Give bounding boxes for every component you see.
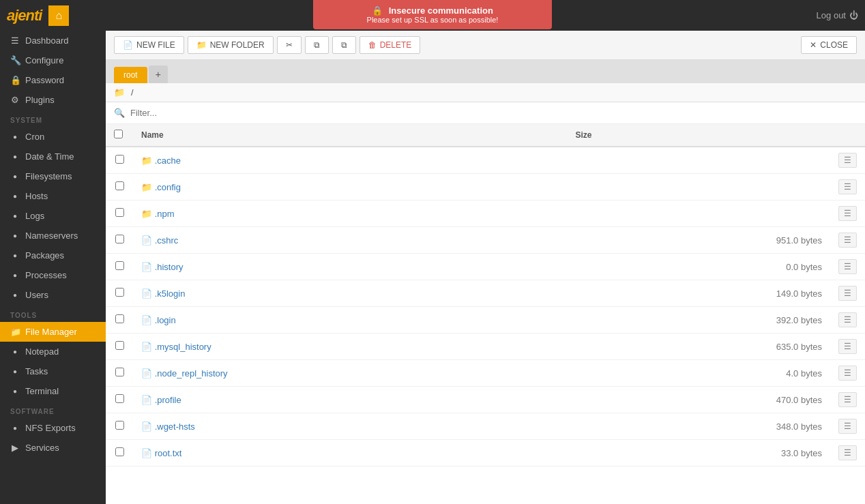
sidebar-item-date-time[interactable]: ● Date & Time xyxy=(0,147,106,166)
sidebar-item-tasks[interactable]: ● Tasks xyxy=(0,361,106,381)
tab-add[interactable]: + xyxy=(149,65,168,83)
sidebar-label-packages: Packages xyxy=(25,250,64,261)
sidebar-item-filesystems[interactable]: ● Filesystems xyxy=(0,166,106,186)
sidebar-item-services[interactable]: ▶ Services xyxy=(0,438,106,458)
file-options-button[interactable]: ☰ xyxy=(838,206,857,221)
filter-input[interactable] xyxy=(130,108,857,118)
row-checkbox[interactable] xyxy=(115,394,124,403)
file-options-button[interactable]: ☰ xyxy=(838,392,857,407)
sidebar-item-nfs-exports[interactable]: ● NFS Exports xyxy=(0,418,106,438)
row-checkbox[interactable] xyxy=(115,155,124,164)
file-link[interactable]: .k5login xyxy=(155,288,186,299)
file-link[interactable]: .npm xyxy=(155,209,175,219)
file-name-cell: 📄 .wget-hsts xyxy=(133,413,567,440)
file-options-button[interactable]: ☰ xyxy=(838,233,857,248)
select-all-header[interactable] xyxy=(106,124,133,147)
sidebar-item-file-manager[interactable]: 📁 File Manager xyxy=(0,322,106,342)
new-file-label: NEW FILE xyxy=(136,40,175,50)
row-checkbox-cell xyxy=(106,280,133,307)
sidebar-item-packages[interactable]: ● Packages xyxy=(0,246,106,265)
file-name-cell: 📁 .npm xyxy=(133,201,567,227)
delete-button[interactable]: 🗑 DELETE xyxy=(360,36,421,54)
file-link[interactable]: .cshrc xyxy=(155,235,179,246)
table-row: 📁 .npm☰ xyxy=(106,201,865,227)
sidebar-item-cron[interactable]: ● Cron xyxy=(0,127,106,147)
table-row: 📄 root.txt33.0 bytes☰ xyxy=(106,440,865,466)
file-link[interactable]: .history xyxy=(155,262,184,272)
configure-icon: 🔧 xyxy=(10,55,20,65)
file-link[interactable]: .wget-hsts xyxy=(155,421,195,432)
file-size-cell: 149.0 bytes xyxy=(567,280,830,307)
file-options-button[interactable]: ☰ xyxy=(838,419,857,434)
file-browser: 🔍 Name Size xyxy=(106,102,865,504)
sidebar-label-users: Users xyxy=(25,290,48,300)
logout-button[interactable]: Log out ⏻ xyxy=(817,10,858,20)
sidebar-item-dashboard[interactable]: ☰ Dashboard xyxy=(0,31,106,50)
sidebar-item-users[interactable]: ● Users xyxy=(0,285,106,305)
sidebar-item-logs[interactable]: ● Logs xyxy=(0,206,106,226)
sidebar-item-processes[interactable]: ● Processes xyxy=(0,265,106,285)
cut-button[interactable]: ✂ xyxy=(277,36,302,54)
file-icon: 📄 xyxy=(141,421,155,432)
select-all-checkbox[interactable] xyxy=(114,130,123,138)
file-options-button[interactable]: ☰ xyxy=(838,339,857,354)
row-checkbox-cell xyxy=(106,360,133,387)
row-checkbox[interactable] xyxy=(115,208,124,217)
file-options-button[interactable]: ☰ xyxy=(838,179,857,194)
file-link[interactable]: .node_repl_history xyxy=(155,368,228,379)
password-icon: 🔒 xyxy=(10,75,20,85)
row-checkbox-cell xyxy=(106,333,133,360)
sidebar-item-hosts[interactable]: ● Hosts xyxy=(0,186,106,206)
file-action-cell: ☰ xyxy=(830,387,865,413)
row-checkbox-cell xyxy=(106,201,133,227)
table-row: 📁 .config☰ xyxy=(106,174,865,201)
trash-icon: 🗑 xyxy=(368,40,377,50)
row-checkbox[interactable] xyxy=(115,447,124,456)
file-options-button[interactable]: ☰ xyxy=(838,259,857,274)
row-checkbox[interactable] xyxy=(115,314,124,323)
sidebar-label-password: Password xyxy=(25,75,64,85)
file-options-button[interactable]: ☰ xyxy=(838,445,857,460)
sidebar-item-nameservers[interactable]: ● Nameservers xyxy=(0,226,106,246)
file-name-cell: 📁 .config xyxy=(133,174,567,201)
file-link[interactable]: .mysql_history xyxy=(155,342,211,352)
name-column-header: Name xyxy=(133,124,567,147)
paste-button[interactable]: ⧉ xyxy=(332,36,356,54)
row-checkbox[interactable] xyxy=(115,368,124,376)
file-action-cell: ☰ xyxy=(830,201,865,227)
table-row: 📄 .cshrc951.0 bytes☰ xyxy=(106,227,865,254)
file-options-button[interactable]: ☰ xyxy=(838,286,857,301)
file-options-button[interactable]: ☰ xyxy=(838,312,857,327)
sidebar-label-dashboard: Dashboard xyxy=(25,35,69,46)
row-checkbox[interactable] xyxy=(115,181,124,190)
home-button[interactable]: ⌂ xyxy=(48,5,69,26)
sidebar-item-configure[interactable]: 🔧 Configure xyxy=(0,50,106,70)
copy-button[interactable]: ⧉ xyxy=(305,36,329,54)
sidebar-item-password[interactable]: 🔒 Password xyxy=(0,70,106,90)
sidebar-item-terminal[interactable]: ● Terminal xyxy=(0,381,106,401)
row-checkbox[interactable] xyxy=(115,261,124,270)
row-checkbox[interactable] xyxy=(115,421,124,430)
row-checkbox[interactable] xyxy=(115,288,124,297)
file-action-cell: ☰ xyxy=(830,307,865,333)
file-link[interactable]: .profile xyxy=(155,395,181,405)
tab-root[interactable]: root xyxy=(114,67,147,83)
sidebar-item-notepad[interactable]: ● Notepad xyxy=(0,342,106,361)
new-file-button[interactable]: 📄 NEW FILE xyxy=(114,36,184,54)
row-checkbox[interactable] xyxy=(115,341,124,350)
new-folder-button[interactable]: 📁 NEW FOLDER xyxy=(188,36,274,54)
file-name-cell: 📄 .mysql_history xyxy=(133,333,567,360)
file-icon: 📄 xyxy=(141,262,155,272)
file-options-button[interactable]: ☰ xyxy=(838,153,857,168)
file-link[interactable]: .config xyxy=(155,182,181,192)
file-options-button[interactable]: ☰ xyxy=(838,366,857,381)
notepad-icon: ● xyxy=(10,348,20,355)
file-icon: 📄 xyxy=(141,395,155,405)
file-link[interactable]: root.txt xyxy=(155,448,182,458)
file-link[interactable]: .cache xyxy=(155,155,181,166)
sidebar-item-plugins[interactable]: ⚙ Plugins xyxy=(0,90,106,110)
path-text: / xyxy=(131,87,134,98)
row-checkbox[interactable] xyxy=(115,235,124,243)
close-button[interactable]: ✕ CLOSE xyxy=(801,36,857,54)
file-link[interactable]: .login xyxy=(155,315,176,325)
